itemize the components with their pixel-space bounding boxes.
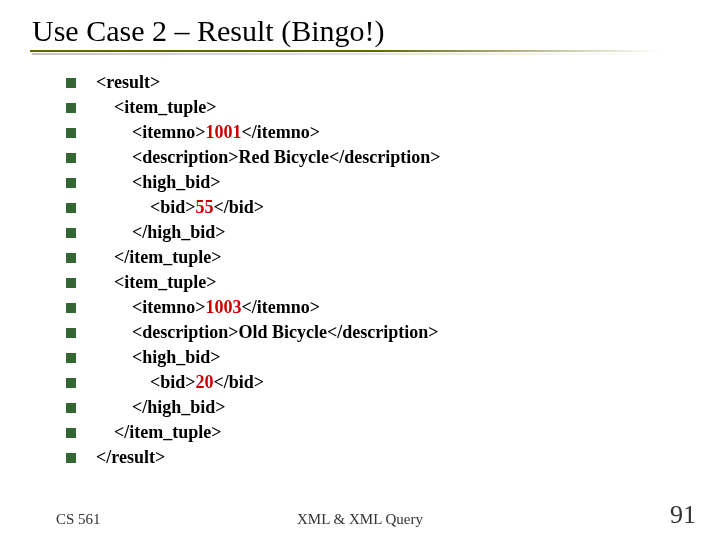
code-line: </item_tuple> [96,422,222,443]
square-bullet-icon [66,428,76,438]
list-item: <bid>20</bid> [66,372,441,397]
list-item: <description>Red Bicycle</description> [66,147,441,172]
list-item: <result> [66,72,441,97]
code-line: </result> [96,447,165,468]
list-item: <high_bid> [66,172,441,197]
code-text: <description>Red Bicycle</description> [96,147,441,167]
code-line: <high_bid> [96,347,221,368]
code-text: </item_tuple> [96,422,222,442]
code-text: <result> [96,72,160,92]
list-item: <description>Old Bicycle</description> [66,322,441,347]
code-text: </bid> [214,197,265,217]
code-line: <item_tuple> [96,97,217,118]
square-bullet-icon [66,378,76,388]
slide: Use Case 2 – Result (Bingo!) <result> <i… [0,0,720,540]
square-bullet-icon [66,178,76,188]
square-bullet-icon [66,353,76,363]
footer-page-number: 91 [670,500,696,530]
code-text: <high_bid> [96,347,221,367]
code-text: <bid> [96,372,196,392]
code-line: </item_tuple> [96,247,222,268]
code-text: <description>Old Bicycle</description> [96,322,439,342]
code-block: <result> <item_tuple> <itemno>1001</item… [66,72,441,472]
square-bullet-icon [66,78,76,88]
square-bullet-icon [66,328,76,338]
code-text: </high_bid> [96,397,226,417]
square-bullet-icon [66,278,76,288]
code-text: <item_tuple> [96,272,217,292]
square-bullet-icon [66,103,76,113]
list-item: <item_tuple> [66,272,441,297]
list-item: </result> [66,447,441,472]
code-line: <description>Red Bicycle</description> [96,147,441,168]
code-number: 1001 [206,122,242,142]
list-item: <high_bid> [66,347,441,372]
code-line: <result> [96,72,160,93]
code-line: <bid>55</bid> [96,197,264,218]
list-item: </item_tuple> [66,247,441,272]
code-number: 1003 [206,297,242,317]
footer-center: XML & XML Query [0,511,720,528]
code-line: </high_bid> [96,397,226,418]
code-line: <description>Old Bicycle</description> [96,322,439,343]
square-bullet-icon [66,253,76,263]
code-text: <high_bid> [96,172,221,192]
code-text: <itemno> [96,297,206,317]
code-line: <item_tuple> [96,272,217,293]
code-text: </item_tuple> [96,247,222,267]
list-item: <item_tuple> [66,97,441,122]
list-item: </high_bid> [66,397,441,422]
code-line: <itemno>1003</itemno> [96,297,320,318]
code-text: <bid> [96,197,196,217]
code-text: </itemno> [242,122,321,142]
code-line: <bid>20</bid> [96,372,264,393]
title-rule-shadow [32,53,662,55]
square-bullet-icon [66,453,76,463]
list-item: </high_bid> [66,222,441,247]
code-number: 20 [196,372,214,392]
footer: CS 561 XML & XML Query 91 [0,504,720,528]
square-bullet-icon [66,303,76,313]
list-item: <itemno>1003</itemno> [66,297,441,322]
slide-title: Use Case 2 – Result (Bingo!) [28,8,692,48]
code-line: </high_bid> [96,222,226,243]
code-line: <high_bid> [96,172,221,193]
code-text: <item_tuple> [96,97,217,117]
square-bullet-icon [66,128,76,138]
code-number: 55 [196,197,214,217]
code-text: </itemno> [242,297,321,317]
title-rule [30,50,660,52]
code-text: </result> [96,447,165,467]
square-bullet-icon [66,153,76,163]
list-item: </item_tuple> [66,422,441,447]
code-text: </high_bid> [96,222,226,242]
code-line: <itemno>1001</itemno> [96,122,320,143]
square-bullet-icon [66,203,76,213]
square-bullet-icon [66,403,76,413]
list-item: <bid>55</bid> [66,197,441,222]
code-text: </bid> [214,372,265,392]
code-text: <itemno> [96,122,206,142]
square-bullet-icon [66,228,76,238]
list-item: <itemno>1001</itemno> [66,122,441,147]
